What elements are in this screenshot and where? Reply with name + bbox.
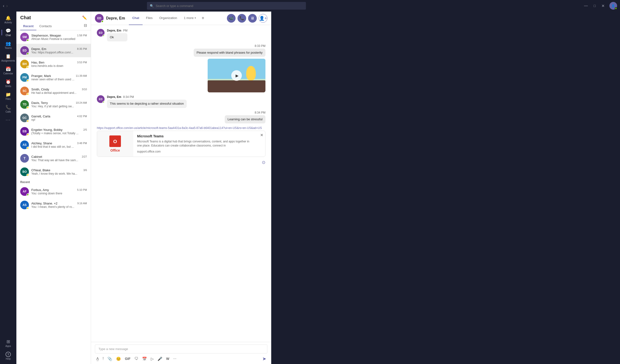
sidebar-item-teams[interactable]: 👥 Teams [1,39,15,51]
list-item[interactable]: SM Stephenson, Meagan 1:58 PM African Mu… [16,30,91,44]
chat-panel-title: Chat [20,15,31,20]
assignments-icon: 📋 [6,54,11,59]
close-button[interactable]: ✕ [600,3,606,9]
search-bar[interactable]: 🔍 [147,2,306,10]
message-preview: African Music Festival is cancelled [31,37,87,41]
forward-button[interactable]: › [6,3,8,8]
filter-button[interactable]: ⊟ [84,23,87,29]
sidebar-item-chat[interactable]: 💬 Chat [1,26,15,39]
search-input[interactable] [155,4,303,8]
meetings-button[interactable]: 📅 [141,356,148,362]
chat-item-info: Engeler-Young, Bobby 2/5 (Totally = make… [31,128,87,135]
sidebar-item-calendar[interactable]: 📅 Calendar [1,64,15,77]
message-time: 2/5 [83,128,87,131]
sidebar-item-help[interactable]: ? Help [1,350,15,362]
message-row: 8:33 PM Please respond with bland phrase… [97,44,265,92]
list-item[interactable]: AF Forbus, Amy 5:10 PM You: coming down … [16,185,91,198]
msg-timestamp: PM [123,29,127,32]
tab-recent[interactable]: Recent [20,22,36,30]
chat-item-info: Forbus, Amy 5:10 PM You: coming down the… [31,188,87,195]
add-people-button[interactable]: 👤+ [259,14,267,23]
sidebar-item-files[interactable]: 📁 Files [1,90,15,102]
list-item[interactable]: PM Pranger, Mark 11:39 AM never seen eit… [16,71,91,84]
audio-call-button[interactable]: 📞 [237,14,246,23]
format-text-button[interactable]: A̲ [95,356,100,362]
search-icon: 🔍 [150,4,154,8]
link-card-logo-area: O Office [97,131,133,157]
emoji-button[interactable]: 😊 [115,356,122,362]
message-preview: lono.hendrix.edu is down [31,64,87,68]
avatar: EB [20,127,29,136]
scroll-to-bottom[interactable]: ⊙ [262,160,265,165]
teams-label: Teams [5,47,12,49]
list-item[interactable]: AS Atchley, Shane 3:48 PM I did find tha… [16,138,91,152]
list-item[interactable]: AS Atchley, Shane. +2 9:16 AM You: I mea… [16,198,91,212]
video-thumbnail[interactable]: ▶ [208,59,265,92]
link-card-close-button[interactable]: ✕ [258,131,265,139]
link-card-content: Microsoft Teams Microsoft Teams is a dig… [133,131,258,157]
message-input-area: Type a new message A̲ ! 📎 😊 GIF 🗨 📅 ▷ 🎤 … [91,342,271,364]
status-indicator [27,147,29,149]
important-button[interactable]: ! [101,356,105,362]
msg-avatar: ED [97,95,105,103]
list-item[interactable]: BO O'Neal, Blake 3/6 Yeah, I know they d… [16,165,91,178]
link-card-title: Microsoft Teams [137,134,254,138]
back-button[interactable]: ‹ [3,3,4,8]
message-time: 3/6 [83,169,87,172]
recent-section-label: Recent [16,178,91,185]
list-item[interactable]: ED Depre, Em 8:35 PM You: https://suppor… [16,44,91,57]
sidebar-item-apps[interactable]: ⊞ Apps [1,337,15,349]
sidebar-item-activity[interactable]: 🔔 Activity [1,14,15,26]
attach-button[interactable]: 📎 [106,356,114,362]
audio-button[interactable]: 🎤 [156,356,164,362]
more-options-button[interactable]: ··· [172,356,178,362]
files-icon: 📁 [6,92,11,97]
msg-meta: Depre, Em PM [107,29,127,32]
chat-panel-header: Chat ✏️ [16,12,91,20]
conv-tabs: Chat Files Organization 1 more ▾ + [129,12,207,25]
message-time: 5:10 PM [77,188,87,191]
sidebar-item-calls[interactable]: 📞 Calls [1,103,15,115]
list-item[interactable]: T Cabinet 2/27 You: That way we all have… [16,152,91,165]
message-preview: You: coming down there [31,192,87,195]
send-button[interactable]: ➤ [261,355,267,363]
sidebar-item-more[interactable]: ··· [1,116,15,124]
avatar: TD [20,100,29,109]
conv-name: Depre, Em [106,16,125,20]
compose-button[interactable]: ✏️ [82,15,87,20]
user-status-indicator [615,7,617,10]
sidebar-item-assignments[interactable]: 📋 Assignments [1,52,15,64]
tab-chat[interactable]: Chat [129,12,143,25]
chat-item-info: Cabinet 2/27 You: That way we all have t… [31,155,87,162]
list-item[interactable]: TD Davis, Terry 10:24 AM You: Hey, if y'… [16,98,91,111]
message-time: 4:02 PM [77,115,87,118]
add-tab-button[interactable]: + [199,12,207,25]
link-url[interactable]: https://support.office.com/en-us/article… [97,126,265,130]
sticker-button[interactable]: 🗨 [133,356,140,362]
sidebar-item-shifts[interactable]: ⏰ Shifts [1,77,15,89]
status-indicator [27,106,29,109]
message-preview: You: Hey, if y'all start getting sw... [31,105,87,108]
msg-timestamp: 8:34 PM [255,111,265,114]
message-input-box[interactable]: Type a new message [95,345,267,353]
giphy-button[interactable]: GIF [123,356,132,362]
avatar: AS [20,141,29,149]
list-item[interactable]: GC Garrett, Carla 4:02 PM np! [16,111,91,125]
tab-organization[interactable]: Organization [156,12,180,25]
screen-share-button[interactable]: 🖥 [248,14,257,23]
delivery-options-button[interactable]: ▷ [149,356,155,362]
list-item[interactable]: SC Smith, Cindy 3/10 He had a dental app… [16,84,91,98]
tab-contacts[interactable]: Contacts [36,22,54,30]
minimize-button[interactable]: — [582,3,590,9]
maximize-button[interactable]: □ [592,3,598,9]
msg-bubble: This seems to be depicting a rather stre… [107,100,187,108]
list-item[interactable]: EB Engeler-Young, Bobby 2/5 (Totally = m… [16,125,91,138]
msg-bubble: Learning can be stressful [225,115,265,123]
word-button[interactable]: W [165,356,171,362]
tab-more[interactable]: 1 more ▾ [180,12,199,25]
user-avatar[interactable]: 👤 [609,2,617,10]
list-item[interactable]: BH Hau, Ben 3:53 PM lono.hendrix.edu is … [16,57,91,71]
video-call-button[interactable]: 📹 [227,14,235,23]
shifts-label: Shifts [5,85,11,87]
tab-files[interactable]: Files [143,12,156,25]
